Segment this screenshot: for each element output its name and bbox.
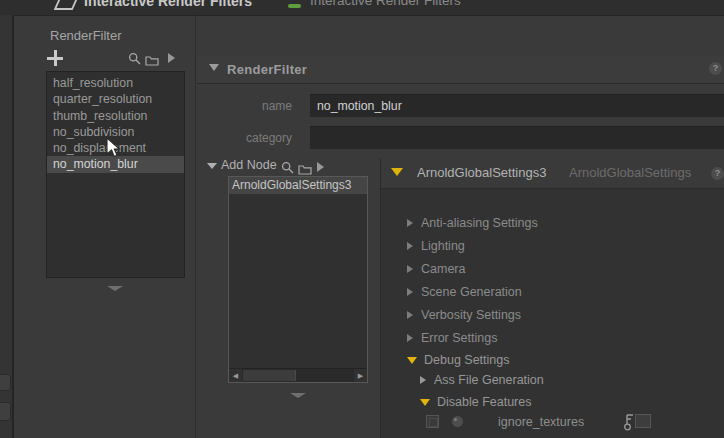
collapsed-arrow-icon: [407, 311, 413, 319]
group-row-debug-settings[interactable]: Debug Settings: [381, 351, 724, 369]
filter-icon: [54, 0, 80, 10]
scroll-left-icon[interactable]: ◀: [229, 369, 242, 382]
node-name: ArnoldGlobalSettings3: [417, 165, 546, 180]
panel-divider: [195, 15, 196, 438]
help-icon[interactable]: ?: [709, 62, 722, 75]
group-row-disable-features[interactable]: Disable Features: [381, 393, 724, 411]
group-label: Error Settings: [421, 331, 497, 345]
node-list-item-selected[interactable]: ArnoldGlobalSettings3: [229, 177, 367, 194]
collapsed-arrow-icon: [407, 242, 413, 250]
folder-icon[interactable]: [145, 52, 159, 70]
param-checkbox[interactable]: [635, 414, 651, 428]
add-node-label: Add Node: [221, 158, 277, 172]
collapsed-arrow-icon: [407, 219, 413, 227]
collapse-triangle-icon[interactable]: [207, 163, 217, 169]
group-label: Disable Features: [437, 395, 532, 409]
tab-title[interactable]: Interactive Render Filters: [84, 0, 252, 9]
search-icon[interactable]: [128, 51, 141, 69]
collapsed-arrow-icon: [407, 334, 413, 342]
collapse-chevron-icon[interactable]: [290, 393, 306, 398]
expanded-triangle-icon: [407, 357, 417, 364]
category-label: category: [197, 131, 292, 145]
link-indicator-icon: [288, 4, 301, 8]
node-list[interactable]: ArnoldGlobalSettings3: [228, 176, 368, 383]
collapsed-arrow-icon: [407, 265, 413, 273]
group-row-scene-generation[interactable]: Scene Generation: [381, 283, 724, 301]
state-badge-icon[interactable]: [452, 416, 463, 427]
collapse-chevron-icon[interactable]: [107, 286, 123, 291]
node-type: ArnoldGlobalSettings: [569, 165, 691, 180]
group-row-verbosity[interactable]: Verbosity Settings: [381, 306, 724, 324]
group-label: Scene Generation: [421, 285, 522, 299]
detail-header: RenderFilter ?: [197, 56, 724, 84]
group-row-anti-aliasing[interactable]: Anti-aliasing Settings: [381, 214, 724, 232]
group-row-lighting[interactable]: Lighting: [381, 237, 724, 255]
rail-button-bottom[interactable]: [0, 402, 11, 421]
group-label: Lighting: [421, 239, 465, 253]
scrollbar-thumb[interactable]: [243, 370, 296, 381]
group-row-camera[interactable]: Camera: [381, 260, 724, 278]
scroll-right-icon[interactable]: ▶: [354, 369, 367, 382]
enable-checkbox-icon[interactable]: [426, 415, 439, 428]
param-label: ignore_textures: [498, 415, 584, 429]
list-item[interactable]: thumb_resolution: [47, 108, 184, 124]
collapsed-arrow-icon: [407, 288, 413, 296]
collapsed-arrow-icon: [420, 376, 426, 384]
tab-subtitle: Interactive Render Filters: [310, 0, 461, 8]
group-label: Debug Settings: [424, 353, 509, 367]
filter-list[interactable]: half_resolution quarter_resolution thumb…: [46, 71, 185, 278]
inner-square-icon: [429, 418, 438, 427]
group-label: Ass File Generation: [434, 373, 544, 387]
detail-title: RenderFilter: [227, 62, 307, 77]
group-label: Verbosity Settings: [421, 308, 521, 322]
param-row-ignore-textures: ignore_textures: [381, 414, 724, 431]
tab-bar: Interactive Render Filters Interactive R…: [0, 0, 724, 16]
mouse-cursor: [106, 137, 122, 163]
group-row-error-settings[interactable]: Error Settings: [381, 329, 724, 347]
rail-button-top[interactable]: [0, 374, 11, 391]
collapse-triangle-icon[interactable]: [209, 64, 219, 71]
list-item[interactable]: half_resolution: [47, 75, 184, 91]
help-icon[interactable]: ?: [711, 167, 724, 180]
menu-arrow-icon[interactable]: [168, 53, 175, 63]
left-rail: [0, 15, 14, 438]
name-input[interactable]: no_motion_blur: [310, 94, 724, 117]
menu-arrow-icon[interactable]: [317, 162, 324, 172]
name-label: name: [197, 99, 292, 113]
add-filter-button[interactable]: [47, 50, 63, 66]
filter-panel-title: RenderFilter: [50, 28, 122, 43]
node-settings-panel: ArnoldGlobalSettings3 ArnoldGlobalSettin…: [380, 158, 724, 438]
node-settings-header: ArnoldGlobalSettings3 ArnoldGlobalSettin…: [381, 158, 724, 189]
category-input[interactable]: [310, 126, 724, 149]
group-label: Anti-aliasing Settings: [421, 216, 538, 230]
horizontal-scrollbar[interactable]: ◀ ▶: [229, 368, 367, 382]
group-row-ass-file-generation[interactable]: Ass File Generation: [381, 371, 724, 389]
expanded-triangle-icon[interactable]: [391, 168, 403, 176]
expanded-triangle-icon: [420, 399, 430, 406]
list-item[interactable]: quarter_resolution: [47, 91, 184, 107]
badge-dot-icon: [454, 418, 457, 421]
application-window: Interactive Render Filters Interactive R…: [0, 0, 724, 438]
key-icon[interactable]: [624, 413, 635, 435]
group-label: Camera: [421, 262, 465, 276]
